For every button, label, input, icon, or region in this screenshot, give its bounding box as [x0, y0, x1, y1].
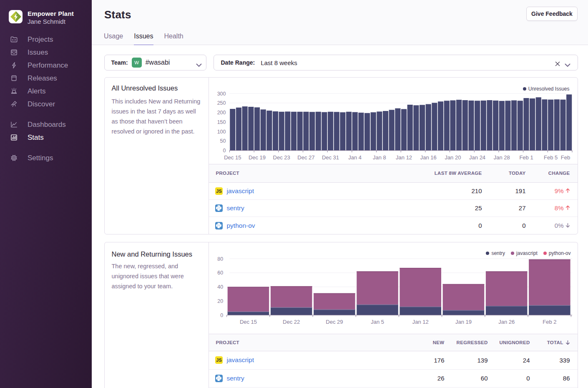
svg-text:Jan 28: Jan 28 — [493, 154, 510, 160]
svg-text:Dec 29: Dec 29 — [326, 319, 343, 325]
svg-text:Dec 22: Dec 22 — [283, 319, 300, 325]
svg-text:Jan 19: Jan 19 — [455, 319, 471, 325]
svg-text:Feb 1: Feb 1 — [519, 154, 533, 160]
svg-text:Dec 15: Dec 15 — [224, 154, 241, 160]
svg-text:Feb: Feb — [560, 154, 570, 160]
svg-text:JS: JS — [216, 189, 221, 194]
svg-text:0: 0 — [220, 312, 223, 318]
svg-text:Jan 12: Jan 12 — [396, 154, 412, 160]
svg-text:JS: JS — [216, 358, 221, 363]
svg-text:Dec 19: Dec 19 — [248, 154, 265, 160]
svg-text:Dec 27: Dec 27 — [297, 154, 314, 160]
svg-text:150: 150 — [217, 119, 226, 125]
svg-text:40: 40 — [217, 284, 223, 290]
svg-text:Feb 2: Feb 2 — [543, 319, 556, 325]
svg-text:300: 300 — [217, 91, 226, 96]
svg-text:250: 250 — [217, 100, 226, 106]
svg-text:Jan 20: Jan 20 — [445, 154, 461, 160]
svg-text:Jan 4: Jan 4 — [348, 154, 362, 160]
svg-text:Dec 23: Dec 23 — [273, 154, 290, 160]
svg-text:Feb 5: Feb 5 — [544, 154, 558, 160]
svg-text:Jan 12: Jan 12 — [412, 319, 428, 325]
svg-text:Dec 15: Dec 15 — [239, 319, 256, 325]
svg-text:50: 50 — [220, 138, 226, 144]
svg-text:Jan 16: Jan 16 — [420, 154, 436, 160]
svg-text:200: 200 — [217, 110, 226, 116]
svg-text:Dec 31: Dec 31 — [322, 154, 339, 160]
svg-text:100: 100 — [217, 128, 226, 134]
svg-text:60: 60 — [217, 270, 223, 276]
svg-text:Jan 5: Jan 5 — [371, 319, 384, 325]
svg-text:Jan 8: Jan 8 — [372, 154, 386, 160]
svg-text:Jan 26: Jan 26 — [498, 319, 515, 325]
svg-text:0: 0 — [223, 148, 226, 154]
svg-text:Jan 24: Jan 24 — [469, 154, 485, 160]
svg-text:20: 20 — [217, 298, 223, 304]
svg-text:80: 80 — [217, 256, 223, 262]
